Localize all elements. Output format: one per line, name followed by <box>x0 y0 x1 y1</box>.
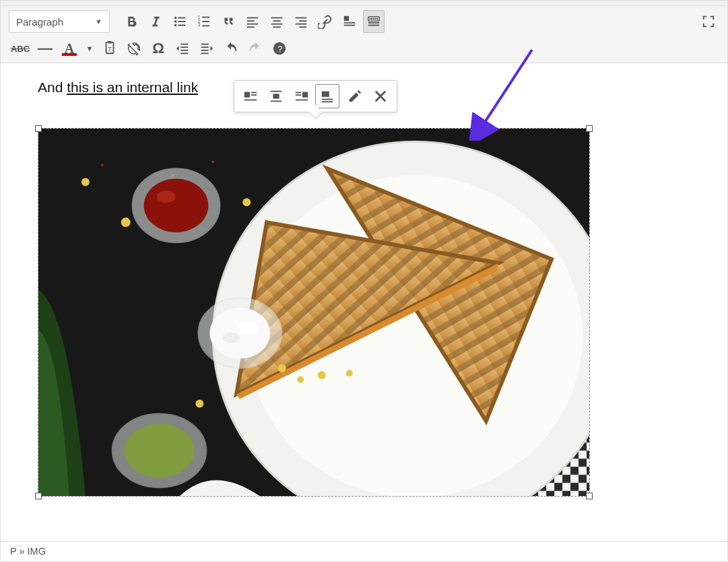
indent-button[interactable] <box>196 38 218 59</box>
clear-formatting-icon <box>127 41 141 56</box>
kitchen-sink-button[interactable] <box>363 10 385 33</box>
fullscreen-button[interactable] <box>698 10 719 33</box>
horizontal-line-button[interactable]: — <box>34 38 56 59</box>
svg-rect-101 <box>322 99 333 100</box>
svg-point-65 <box>211 161 214 164</box>
svg-point-57 <box>242 198 251 206</box>
svg-rect-94 <box>273 94 279 98</box>
svg-rect-34 <box>368 25 380 26</box>
svg-point-55 <box>81 178 90 186</box>
paste-as-text-button[interactable]: T <box>99 38 121 59</box>
numbered-list-button[interactable]: 123 <box>193 10 215 33</box>
italic-icon <box>148 14 163 29</box>
svg-rect-16 <box>271 17 283 19</box>
window-top-strip <box>1 1 727 6</box>
align-left-button[interactable] <box>242 10 263 33</box>
svg-rect-43 <box>201 46 209 48</box>
bold-icon <box>124 14 139 29</box>
svg-rect-89 <box>244 92 250 98</box>
image-align-none-button[interactable] <box>315 84 339 108</box>
align-right-button[interactable] <box>290 10 312 33</box>
svg-rect-92 <box>244 100 257 101</box>
toolbar-row-1: Paragraph ▼ 123 <box>1 6 727 37</box>
editor-canvas[interactable]: And this is an internal link hidden-unde… <box>1 63 727 497</box>
svg-rect-12 <box>247 17 259 19</box>
fullscreen-icon <box>701 14 716 29</box>
status-bar-img[interactable]: IMG <box>28 546 46 557</box>
format-dropdown[interactable]: Paragraph ▼ <box>9 10 110 33</box>
svg-point-63 <box>101 164 104 167</box>
svg-rect-45 <box>201 52 209 54</box>
close-icon <box>373 89 388 104</box>
link-button[interactable] <box>315 10 336 33</box>
horizontal-line-icon: — <box>38 40 53 57</box>
read-more-button[interactable] <box>339 10 360 33</box>
strikethrough-button[interactable]: ABC <box>9 38 32 59</box>
resize-handle-top-right[interactable] <box>586 125 593 132</box>
svg-rect-9 <box>202 17 209 18</box>
resize-handle-top-left[interactable] <box>35 125 42 132</box>
svg-rect-29 <box>371 18 372 20</box>
align-center-button[interactable] <box>266 10 288 33</box>
text-color-icon: A <box>65 41 74 57</box>
svg-point-2 <box>174 24 177 27</box>
svg-rect-31 <box>375 18 376 20</box>
svg-point-84 <box>238 322 259 335</box>
image-align-center-button[interactable] <box>264 84 288 108</box>
link-icon <box>318 14 333 29</box>
bullet-list-button[interactable] <box>169 10 191 33</box>
svg-point-56 <box>121 217 131 227</box>
image-content <box>38 129 589 496</box>
svg-point-1 <box>174 20 177 23</box>
svg-rect-97 <box>296 92 301 94</box>
body-link[interactable]: this is an internal link <box>67 79 198 95</box>
special-character-button[interactable]: Ω <box>147 38 169 59</box>
bold-button[interactable] <box>121 10 142 33</box>
italic-button[interactable] <box>145 10 166 33</box>
svg-rect-41 <box>180 52 188 54</box>
numbered-list-icon: 123 <box>197 14 211 29</box>
blockquote-button[interactable] <box>218 10 239 33</box>
svg-text:3: 3 <box>198 22 201 27</box>
svg-rect-39 <box>180 46 188 48</box>
image-align-right-button[interactable] <box>290 84 314 108</box>
status-bar-p[interactable]: P <box>10 546 16 557</box>
svg-text:?: ? <box>277 44 282 54</box>
svg-rect-44 <box>201 50 209 51</box>
outdent-button[interactable] <box>172 38 193 59</box>
svg-rect-42 <box>201 44 209 45</box>
image-edit-button[interactable] <box>343 84 367 108</box>
redo-button[interactable] <box>244 38 266 59</box>
blockquote-icon <box>221 14 236 29</box>
svg-rect-10 <box>202 21 209 22</box>
resize-handle-bottom-right[interactable] <box>586 493 593 499</box>
undo-button[interactable] <box>220 38 242 59</box>
text-color-button[interactable]: A <box>59 38 80 59</box>
image-inline-toolbar <box>234 80 397 112</box>
selected-image[interactable] <box>38 128 590 497</box>
align-center-icon <box>269 14 284 29</box>
svg-point-85 <box>222 332 240 343</box>
help-icon: ? <box>272 41 287 56</box>
image-align-left-button[interactable] <box>238 84 263 108</box>
image-remove-button[interactable] <box>368 84 393 108</box>
svg-rect-24 <box>344 16 349 21</box>
svg-rect-5 <box>178 25 185 26</box>
undo-icon <box>224 41 238 56</box>
align-right-icon <box>294 14 308 29</box>
kitchen-sink-icon <box>366 14 381 29</box>
svg-rect-96 <box>302 92 308 98</box>
svg-point-81 <box>157 190 176 203</box>
svg-rect-33 <box>368 22 380 24</box>
resize-handle-bottom-left[interactable] <box>35 493 42 499</box>
svg-rect-3 <box>178 17 185 19</box>
text-color-caret[interactable]: ▼ <box>83 38 96 59</box>
image-align-center-icon <box>269 89 284 104</box>
clear-formatting-button[interactable] <box>123 38 145 59</box>
image-align-left-icon <box>243 89 258 104</box>
toolbar: Paragraph ▼ 123 <box>1 6 727 63</box>
special-character-icon: Ω <box>152 40 164 57</box>
help-button[interactable]: ? <box>269 38 290 59</box>
body-text-before: And <box>38 79 67 95</box>
editor-window: Paragraph ▼ 123 <box>0 0 728 562</box>
